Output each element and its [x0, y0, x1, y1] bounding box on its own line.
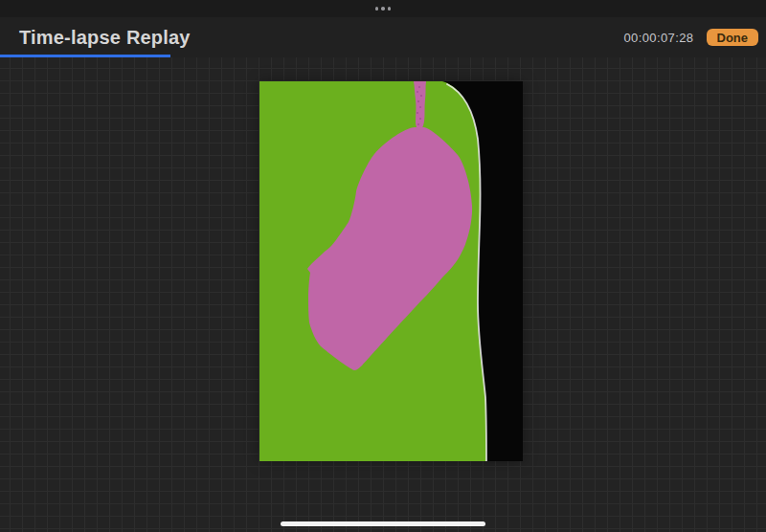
replay-timecode: 00:00:07:28	[623, 31, 693, 45]
replay-canvas[interactable]	[259, 81, 523, 461]
dot	[375, 7, 379, 11]
header-bar: Time-lapse Replay 00:00:07:28 Done	[0, 17, 766, 57]
replay-progress-bar[interactable]	[0, 55, 766, 57]
home-indicator[interactable]	[281, 521, 485, 526]
dot	[388, 7, 392, 11]
done-button[interactable]: Done	[707, 29, 759, 46]
timelapse-replay-screen: Time-lapse Replay 00:00:07:28 Done	[0, 0, 766, 532]
workspace-grid-background	[0, 57, 766, 532]
artwork-svg	[259, 81, 523, 461]
status-bar	[0, 0, 766, 17]
dot	[381, 7, 385, 11]
replay-progress-fill	[0, 55, 170, 57]
multitasking-dots-icon[interactable]	[366, 3, 401, 14]
page-title: Time-lapse Replay	[19, 27, 191, 49]
